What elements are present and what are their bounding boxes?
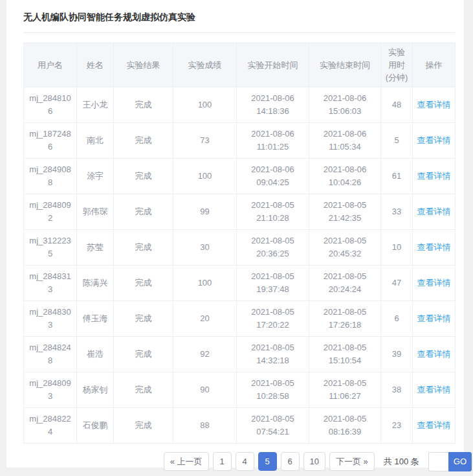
- page-button[interactable]: 6: [281, 452, 300, 471]
- cell-result: 完成: [114, 122, 173, 158]
- col-header-score: 实验成绩: [173, 43, 237, 87]
- cell-result: 完成: [114, 87, 173, 122]
- cell-action: 查看详情: [413, 300, 456, 336]
- page-button[interactable]: 10: [303, 452, 325, 471]
- total-count: 共 100 条: [384, 456, 419, 468]
- table-row: mj_2848248崔浩完成922021-08-05 14:32:182021-…: [24, 336, 456, 372]
- cell-start-time: 2021-08-05 21:10:28: [237, 194, 309, 229]
- go-button[interactable]: GO: [448, 452, 472, 471]
- cell-start-time: 2021-08-05 10:28:58: [237, 372, 309, 407]
- cell-end-time: 2021-08-05 17:26:18: [309, 300, 381, 336]
- table-row: mj_2849088涂宇完成1002021-08-06 09:04:252021…: [24, 158, 456, 194]
- pagination: « 上一页 145610 下一页 » 共 100 条 GO: [23, 452, 472, 471]
- cell-start-time: 2021-08-05 20:36:25: [237, 229, 309, 265]
- cell-name: 石俊鹏: [77, 407, 114, 443]
- col-header-end-time: 实验结束时间: [309, 43, 381, 87]
- cell-start-time: 2021-08-05 07:54:21: [237, 407, 309, 443]
- view-details-link[interactable]: 查看详情: [417, 349, 451, 359]
- view-details-link[interactable]: 查看详情: [417, 135, 451, 145]
- col-header-name: 姓名: [77, 43, 114, 87]
- cell-username: mj_2848092: [24, 194, 77, 229]
- view-details-link[interactable]: 查看详情: [417, 242, 451, 252]
- cell-duration: 39: [381, 336, 413, 372]
- cell-start-time: 2021-08-06 09:04:25: [237, 158, 309, 194]
- cell-duration: 61: [381, 158, 413, 194]
- cell-result: 完成: [114, 372, 173, 407]
- cell-score: 100: [173, 265, 237, 300]
- col-header-start-time: 实验开始时间: [237, 43, 309, 87]
- cell-action: 查看详情: [413, 265, 456, 300]
- cell-duration: 33: [381, 194, 413, 229]
- col-header-duration: 实验用时(分钟): [381, 43, 413, 87]
- table-row: mj_3122235苏莹完成302021-08-05 20:36:252021-…: [24, 229, 456, 265]
- cell-duration: 38: [381, 372, 413, 407]
- cell-action: 查看详情: [413, 87, 456, 122]
- cell-end-time: 2021-08-05 20:24:24: [309, 265, 381, 300]
- cell-username: mj_2848313: [24, 265, 77, 300]
- cell-end-time: 2021-08-06 15:06:03: [309, 87, 381, 122]
- title-divider: [23, 32, 455, 33]
- cell-result: 完成: [114, 336, 173, 372]
- cell-duration: 23: [381, 407, 413, 443]
- results-table: 用户名 姓名 实验结果 实验成绩 实验开始时间 实验结束时间 实验用时(分钟) …: [23, 43, 456, 444]
- cell-end-time: 2021-08-05 21:42:35: [309, 194, 381, 229]
- page-number-buttons: 145610: [209, 452, 325, 471]
- cell-start-time: 2021-08-06 14:18:36: [237, 87, 309, 122]
- view-details-link[interactable]: 查看详情: [417, 420, 451, 430]
- cell-action: 查看详情: [413, 407, 456, 443]
- cell-action: 查看详情: [413, 122, 456, 158]
- cell-username: mj_2848248: [24, 336, 77, 372]
- view-details-link[interactable]: 查看详情: [417, 171, 451, 181]
- cell-name: 南北: [77, 122, 114, 158]
- page-title: 无人机编队协同智能任务规划虚拟仿真实验: [23, 12, 455, 32]
- cell-username: mj_3122235: [24, 229, 77, 265]
- cell-username: mj_2848303: [24, 300, 77, 336]
- cell-name: 涂宇: [77, 158, 114, 194]
- cell-result: 完成: [114, 300, 173, 336]
- cell-name: 苏莹: [77, 229, 114, 265]
- table-header: 用户名 姓名 实验结果 实验成绩 实验开始时间 实验结束时间 实验用时(分钟) …: [24, 43, 456, 87]
- cell-action: 查看详情: [413, 229, 456, 265]
- cell-end-time: 2021-08-05 20:45:32: [309, 229, 381, 265]
- prev-page-button[interactable]: « 上一页: [164, 452, 209, 471]
- cell-name: 陈满兴: [77, 265, 114, 300]
- cell-end-time: 2021-08-05 11:06:27: [309, 372, 381, 407]
- cell-result: 完成: [114, 158, 173, 194]
- page-button[interactable]: 4: [236, 452, 254, 471]
- table-row: mj_1872486南北完成732021-08-06 11:01:252021-…: [24, 122, 456, 158]
- cell-score: 100: [173, 158, 237, 194]
- col-header-result: 实验结果: [114, 43, 173, 87]
- cell-name: 郭伟琛: [77, 194, 114, 229]
- view-details-link[interactable]: 查看详情: [417, 278, 451, 288]
- cell-duration: 10: [381, 229, 413, 265]
- cell-end-time: 2021-08-05 08:16:39: [309, 407, 381, 443]
- cell-score: 90: [173, 372, 237, 407]
- cell-end-time: 2021-08-05 15:10:54: [309, 336, 381, 372]
- cell-start-time: 2021-08-06 11:01:25: [237, 122, 309, 158]
- cell-score: 88: [173, 407, 237, 443]
- view-details-link[interactable]: 查看详情: [417, 100, 451, 109]
- table-row: mj_2848313陈满兴完成1002021-08-05 19:37:48202…: [24, 265, 456, 300]
- table-body: mj_2848106王小龙完成1002021-08-06 14:18:36202…: [24, 87, 456, 443]
- col-header-username: 用户名: [24, 43, 77, 87]
- page-button-current[interactable]: 5: [258, 452, 277, 471]
- table-row: mj_2848224石俊鹏完成882021-08-05 07:54:212021…: [24, 407, 456, 443]
- cell-action: 查看详情: [413, 158, 456, 194]
- cell-name: 王小龙: [77, 87, 114, 122]
- cell-result: 完成: [114, 229, 173, 265]
- view-details-link[interactable]: 查看详情: [417, 207, 451, 216]
- page-button[interactable]: 1: [213, 452, 232, 471]
- cell-duration: 6: [381, 300, 413, 336]
- next-page-button[interactable]: 下一页 »: [329, 452, 375, 471]
- goto-page-input[interactable]: [428, 452, 448, 471]
- cell-username: mj_2848106: [24, 87, 77, 122]
- cell-score: 73: [173, 122, 237, 158]
- col-header-action: 操作: [413, 43, 456, 87]
- cell-name: 傅玉海: [77, 300, 114, 336]
- cell-start-time: 2021-08-05 17:20:22: [237, 300, 309, 336]
- view-details-link[interactable]: 查看详情: [417, 385, 451, 394]
- cell-username: mj_2848093: [24, 372, 77, 407]
- table-row: mj_2848093杨家钊完成902021-08-05 10:28:582021…: [24, 372, 456, 407]
- cell-action: 查看详情: [413, 372, 456, 407]
- view-details-link[interactable]: 查看详情: [417, 313, 451, 323]
